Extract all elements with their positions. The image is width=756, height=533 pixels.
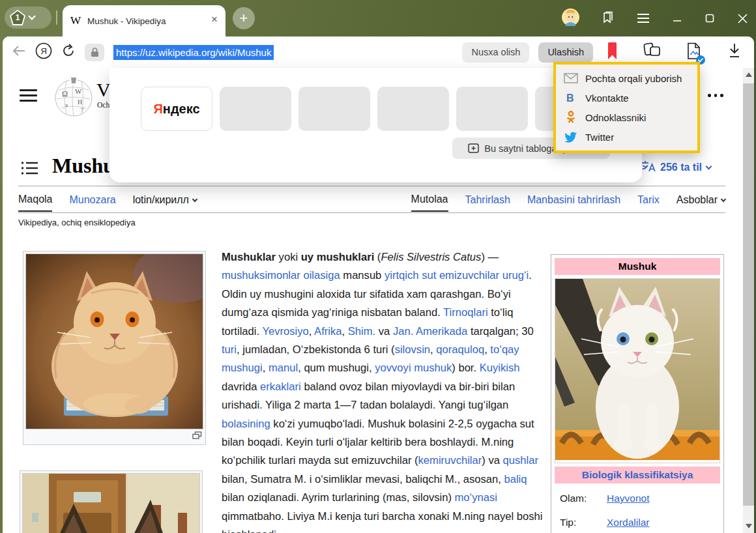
wiki-tab-tarix[interactable]: Tarix [637, 194, 660, 212]
bookmarks-flag-icon[interactable] [602, 11, 615, 25]
language-icon [641, 160, 656, 175]
scroll-down-arrow[interactable] [743, 521, 754, 532]
mail-icon [564, 72, 578, 85]
tab-close-icon[interactable]: × [211, 14, 218, 29]
share-menu-item-odnoklassniki[interactable]: Odnoklassniki [556, 108, 697, 127]
share-menu-item-label: Odnoklassniki [585, 112, 646, 123]
address-bar-url[interactable]: https://uz.wikipedia.org/wiki/Mushuk [113, 45, 274, 60]
tile-placeholder[interactable] [220, 87, 291, 131]
wiki-tab-asboblar[interactable]: Asboblar [676, 194, 725, 212]
svg-text:Ω: Ω [62, 89, 68, 98]
wiki-tab-mutolaa[interactable]: Mutolaa [411, 194, 448, 212]
wiki-tab-maqola[interactable]: Maqola [18, 194, 52, 212]
new-tab-button[interactable]: + [233, 7, 255, 29]
profile-avatar[interactable] [562, 8, 579, 29]
tabby-cat-image[interactable] [22, 473, 200, 533]
window-minimize-button[interactable] [672, 13, 682, 23]
tab-strip-divider [56, 10, 57, 25]
article-link[interactable]: mushuksimonlar oilasiga [222, 269, 340, 281]
page-scrollbar[interactable] [743, 68, 754, 533]
article-link[interactable]: mo‘ynasi [455, 491, 497, 504]
article-link[interactable]: yovvoyi mushuk [375, 362, 452, 374]
infobox-row-value-link[interactable]: Xordalilar [607, 517, 715, 528]
article-link[interactable]: Tirnoqlari [443, 306, 488, 319]
infobox-row-label: Tip: [560, 517, 607, 528]
article-link[interactable]: yirtqich sut emizuvchilar urug‘i [385, 269, 529, 281]
reload-button[interactable] [61, 44, 76, 61]
tab-group-count: 1 [11, 11, 24, 24]
cat-on-book-image[interactable] [25, 253, 203, 429]
language-count-label: 256 ta til [660, 162, 702, 173]
browser-tab[interactable]: W Mushuk - Vikipediya × [63, 5, 225, 36]
tab-group-chip[interactable]: 1 [5, 7, 51, 29]
article-link[interactable]: qushlar [503, 454, 538, 467]
share-button[interactable]: Ulashish [538, 42, 593, 63]
tile-placeholder[interactable] [298, 87, 370, 131]
infobox-row-label: Olam: [560, 493, 607, 504]
svg-text:B: B [566, 93, 574, 104]
window-close-button[interactable] [737, 13, 748, 24]
chevron-down-icon [706, 164, 712, 170]
article-link[interactable]: Afrika [314, 325, 342, 338]
wiki-main-menu-icon[interactable] [20, 89, 37, 102]
collections-icon[interactable] [643, 42, 662, 62]
scroll-up-arrow[interactable] [743, 69, 754, 80]
article-link[interactable]: turi [222, 343, 237, 356]
ok-icon [564, 111, 578, 124]
page-more-menu[interactable] [708, 94, 723, 97]
article-tabs-right: MutolaaTahrirlashManbasini tahrirlashTar… [411, 194, 725, 212]
infobox-kitten-image[interactable] [555, 278, 720, 463]
article-link[interactable]: silovsin [395, 343, 430, 356]
article-link[interactable]: bolasining [222, 418, 270, 430]
downloads-icon[interactable] [728, 43, 741, 61]
window-maximize-button[interactable] [705, 13, 715, 23]
article-link[interactable]: Kuyikish [480, 362, 520, 374]
infobox-row-value-link[interactable]: Hayvonot [607, 493, 715, 504]
article-thumbnail-tabby-cat[interactable] [20, 470, 203, 533]
enlarge-icon[interactable] [192, 430, 202, 442]
infobox-section-title: Biologik klassifikatsiya [555, 467, 720, 483]
site-lock-icon[interactable] [85, 44, 104, 61]
tile-placeholder[interactable] [377, 87, 449, 131]
tile-yandex[interactable]: Яндекс [141, 87, 212, 131]
screenshot-page-icon[interactable] [686, 42, 702, 63]
tile-placeholder[interactable] [456, 87, 528, 131]
back-button[interactable] [12, 45, 26, 59]
svg-text:Я: Я [41, 46, 47, 56]
article-link[interactable]: erkaklari [260, 381, 301, 393]
svg-text:W: W [75, 87, 82, 95]
article-thumbnail-cat-on-book[interactable] [23, 251, 206, 445]
site-subtitle: Vikipediya, ochiq ensiklopediya [18, 218, 136, 227]
article-tabs-left: MaqolaMunozaralotin/кирилл [18, 194, 197, 212]
infobox-classification-rows: Olam:HayvonotTip:XordalilarSinf:Sut emiz… [555, 483, 720, 533]
tab-group-badge-icon: 1 [10, 10, 25, 25]
article-link[interactable]: Shim. [348, 325, 375, 338]
chevron-down-icon[interactable] [28, 12, 35, 20]
article-link[interactable]: baliq [504, 473, 527, 485]
wiki-tab-lotin-кирилл[interactable]: lotin/кирилл [133, 194, 197, 212]
share-dropdown-menu: Pochta orqali yuborishBVkontakteOdnoklas… [553, 62, 700, 153]
yandex-search-button[interactable]: Я [35, 42, 52, 62]
share-menu-item-vkontakte[interactable]: BVkontakte [556, 88, 697, 108]
menu-hamburger-icon[interactable] [637, 13, 650, 23]
wikipedia-globe-logo[interactable]: Ω W H я 7 [53, 76, 94, 120]
wiki-tab-tahrirlash[interactable]: Tahrirlash [465, 194, 510, 212]
article-link[interactable]: manul [269, 362, 298, 374]
copy-url-button[interactable]: Nusxa olish [462, 42, 529, 63]
wiki-tab-manbasini-tahrirlash[interactable]: Manbasini tahrirlash [527, 194, 620, 212]
wikipedia-favicon: W [70, 14, 81, 27]
article-link[interactable]: kemiruvchilar [418, 454, 482, 467]
share-menu-item-label: Twitter [585, 132, 614, 143]
vk-icon: B [564, 91, 578, 104]
share-menu-item-pochta-orqali-yuborish[interactable]: Pochta orqali yuborish [556, 68, 697, 88]
share-menu-item-twitter[interactable]: Twitter [556, 127, 697, 147]
wiki-tab-munozara[interactable]: Munozara [69, 194, 115, 212]
language-selector-button[interactable]: 256 ta til [641, 160, 711, 175]
tabs-divider [18, 212, 725, 213]
article-link[interactable]: qoraquloq [436, 343, 484, 356]
scrollbar-thumb[interactable] [743, 83, 754, 506]
contents-list-icon[interactable] [21, 160, 38, 179]
article-link[interactable]: Jan. Amerikada [393, 325, 467, 338]
article-link[interactable]: Yevrosiyo [262, 325, 308, 338]
bookmark-red-icon[interactable] [607, 42, 617, 63]
